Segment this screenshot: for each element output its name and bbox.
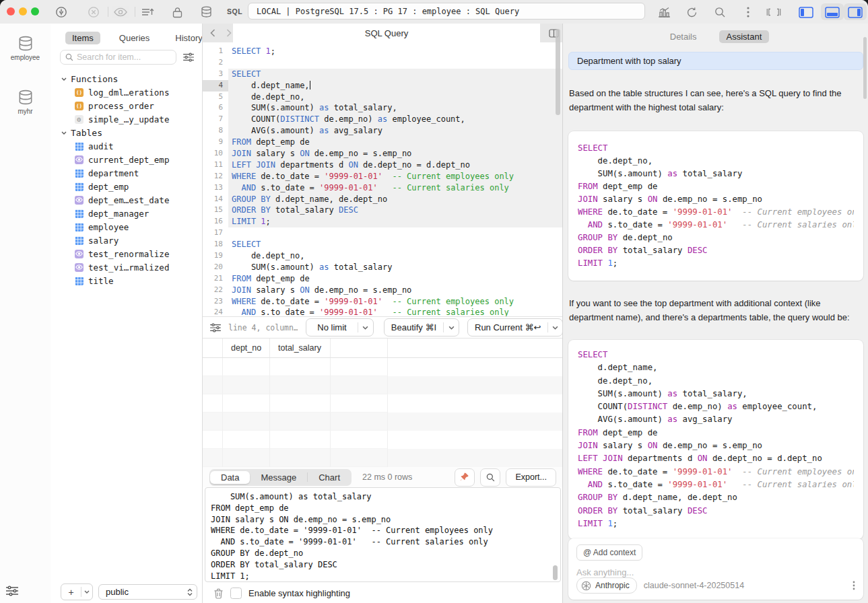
add-context-chip[interactable]: @ Add context [576,544,642,561]
editor-line[interactable]: 16LIMIT 1; [203,216,563,227]
editor-settings-icon[interactable] [209,323,222,332]
editor-line[interactable]: 23WHERE de.to_date = '9999-01-01' -- Cur… [203,296,563,308]
search-input[interactable]: Search for item... [60,50,176,65]
assistant-code-block-1[interactable]: SELECT de.dept_no, SUM(s.amount) as tota… [568,131,863,281]
connection-employee[interactable]: employee [0,36,51,61]
tree-item-test_renormalize[interactable]: test_renormalize [51,247,202,260]
lock-icon[interactable] [170,5,185,20]
editor-line[interactable]: 18SELECT [203,239,563,250]
editor-line[interactable]: 24 AND s.to_date = '9999-01-01' -- Curre… [203,307,563,316]
editor-line[interactable]: 2 [203,57,563,69]
tree-item-process_order[interactable]: ()process_order [51,99,202,112]
editor-line[interactable]: 10JOIN salary s ON de.emp_no = s.emp_no [203,148,563,159]
editor-line[interactable]: 8 AVG(s.amount) as avg_salary [203,125,563,137]
editor-line[interactable]: 9FROM dept_emp de [203,137,563,148]
minimize-window-button[interactable] [19,7,27,15]
beautify-button[interactable]: Beautify ⌘I [384,318,459,336]
input-more-options-icon[interactable] [853,581,855,590]
tree-item-log_dmlerations[interactable]: ()log_dml…erations [51,85,202,99]
editor-line[interactable]: 13 AND s.to_date = '9999-01-01' -- Curre… [203,182,563,194]
tree-item-salary[interactable]: salary [51,234,202,247]
tree-item-dept_emp[interactable]: dept_emp [51,180,202,193]
table-row[interactable] [203,394,563,413]
back-icon[interactable] [207,27,219,39]
close-window-button[interactable] [7,7,15,15]
editor-line[interactable]: 21FROM dept_emp de [203,273,563,285]
editor-line[interactable]: 1SELECT 1; [203,46,563,57]
connection-myhr[interactable]: myhr [0,90,51,115]
tree-item-dept_manager[interactable]: dept_manager [51,207,202,220]
table-row[interactable] [203,376,563,394]
tab-sql-query[interactable]: SQL Query [233,24,540,42]
tree-item-simple_y_update[interactable]: ⚙simple_…y_update [51,112,202,126]
refresh-icon[interactable] [684,5,699,20]
queue-list-icon[interactable] [140,5,155,20]
chart-icon[interactable] [657,5,671,20]
toggle-left-panel-icon[interactable] [799,5,813,20]
tab-details[interactable]: Details [663,30,704,43]
editor-line[interactable]: 15ORDER BY total_salary DESC [203,205,563,216]
ask-input[interactable]: Ask anything... [576,567,855,577]
editor-line[interactable]: 4 d.dept_name, [203,80,563,92]
trash-icon[interactable] [213,588,224,599]
tab-data[interactable]: Data [210,471,250,484]
assistant-code-block-2[interactable]: SELECT d.dept_name, de.dept_no, SUM(s.am… [568,340,863,539]
focus-mode-icon[interactable] [766,5,781,20]
editor-line[interactable]: 12WHERE de.to_date = '9999-01-01' -- Cur… [203,171,563,182]
tree-item-department[interactable]: department [51,166,202,180]
table-row[interactable] [203,431,563,449]
table-row[interactable] [203,358,563,376]
editor-line[interactable]: 5 de.dept_no, [203,92,563,103]
tree-section-functions[interactable]: Functions [51,72,202,85]
conversation-title-banner[interactable]: Department with top salary [568,52,863,70]
message-output[interactable]: SUM(s.amount) as total_salaryFROM dept_e… [205,487,561,582]
editor-line[interactable]: 7 COUNT(DISTINCT de.emp_no) as employee_… [203,114,563,125]
search-icon[interactable] [712,5,727,20]
editor-scrollbar[interactable] [556,29,560,115]
tree-item-dept_emest_date[interactable]: dept_em…est_date [51,193,202,207]
limit-dropdown[interactable]: No limit [306,318,374,336]
editor-line[interactable]: 22JOIN salary s ON de.emp_no = s.emp_no [203,285,563,296]
tree-item-test_virmalized[interactable]: test_vi…rmalized [51,260,202,274]
add-item-button[interactable]: + [61,583,93,600]
schema-select[interactable]: public [98,584,197,600]
run-current-button[interactable]: Run Current ⌘↩ [467,318,563,336]
more-options-icon[interactable] [741,5,756,20]
editor-line[interactable]: 20 SUM(s.amount) as total_salary [203,262,563,273]
disconnect-icon[interactable] [86,5,101,20]
connection-icon[interactable] [54,5,69,20]
column-header-total-salary[interactable]: total_salary [270,339,331,357]
preview-eye-icon[interactable] [113,5,128,20]
editor-line[interactable]: 11LEFT JOIN departments d ON de.dept_no … [203,159,563,171]
table-row[interactable] [203,413,563,431]
tab-queries[interactable]: Queries [112,32,157,44]
search-results-button[interactable] [480,468,500,487]
tab-assistant[interactable]: Assistant [719,30,770,43]
table-row[interactable] [203,449,563,467]
editor-line[interactable]: 17 [203,227,563,239]
tree-item-title[interactable]: title [51,274,202,287]
provider-selector[interactable]: Anthropic [576,577,637,594]
editor-line[interactable]: 6 SUM(s.amount) as total_salary, [203,102,563,114]
tab-message[interactable]: Message [250,471,307,484]
tree-item-employee[interactable]: employee [51,220,202,234]
tab-items[interactable]: Items [65,32,100,44]
tree-item-audit[interactable]: audit [51,139,202,153]
tab-chart[interactable]: Chart [308,471,351,484]
tree-section-tables[interactable]: Tables [51,126,202,139]
editor-line[interactable]: 3SELECT [203,69,563,80]
strip-settings-icon[interactable] [5,586,19,596]
message-scrollbar[interactable] [553,565,558,580]
tree-item-current_dept_emp[interactable]: current_dept_emp [51,153,202,166]
zoom-window-button[interactable] [31,7,39,15]
column-header-dept-no[interactable]: dept_no [223,339,270,357]
toggle-bottom-panel-icon[interactable] [825,5,840,20]
filter-icon[interactable] [182,52,195,62]
toggle-right-panel-icon[interactable] [848,5,863,20]
syntax-highlighting-checkbox[interactable] [230,588,242,599]
sql-editor[interactable]: 1SELECT 1;23SELECT4 d.dept_name,5 de.dep… [203,42,563,316]
database-icon[interactable] [199,5,213,20]
export-button[interactable]: Export... [506,468,556,487]
editor-line[interactable]: 19 de.dept_no, [203,250,563,262]
pin-button[interactable] [455,468,475,487]
